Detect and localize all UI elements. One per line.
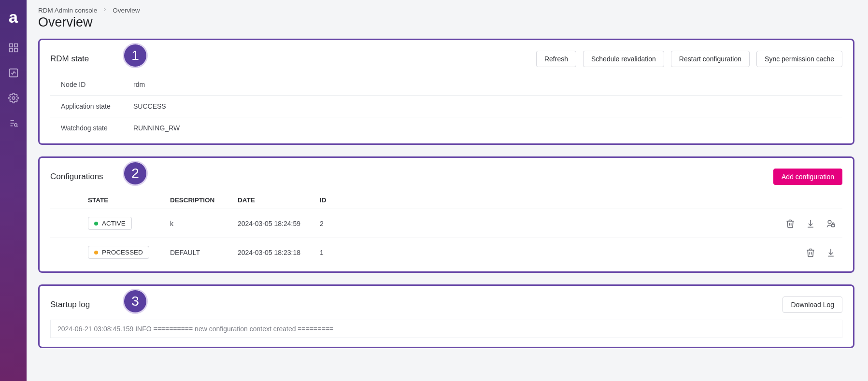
svg-rect-1 bbox=[14, 44, 17, 47]
breadcrumb-current: Overview bbox=[113, 7, 140, 14]
callout-3: 3 bbox=[123, 289, 148, 314]
kv-label: Watchdog state bbox=[61, 124, 133, 132]
page-title: Overview bbox=[38, 15, 854, 30]
cell-description: k bbox=[166, 209, 234, 238]
state-text: PROCESSED bbox=[102, 249, 143, 256]
user-lock-icon[interactable] bbox=[826, 219, 836, 228]
app-logo: a bbox=[9, 9, 18, 25]
callout-1: 1 bbox=[123, 43, 148, 68]
kv-label: Node ID bbox=[61, 81, 133, 88]
refresh-button[interactable]: Refresh bbox=[536, 51, 576, 67]
state-text: ACTIVE bbox=[102, 220, 126, 227]
restart-configuration-button[interactable]: Restart configuration bbox=[671, 51, 750, 67]
callout-2: 2 bbox=[123, 161, 148, 186]
chevron-right-icon bbox=[102, 7, 108, 14]
configurations-card: 2 Configurations Add configuration STATE… bbox=[38, 156, 854, 273]
kv-application-state: Application state SUCCESS bbox=[50, 96, 842, 117]
table-row: ACTIVEk2024-03-05 18:24:592 bbox=[50, 209, 842, 238]
kv-value: SUCCESS bbox=[133, 102, 166, 110]
row-actions bbox=[779, 248, 839, 257]
cell-id: 2 bbox=[316, 209, 775, 238]
gear-icon[interactable] bbox=[8, 93, 19, 103]
sidebar: a bbox=[0, 0, 27, 381]
table-row: PROCESSEDDEFAULT2024-03-05 18:23:181 bbox=[50, 238, 842, 267]
kv-node-id: Node ID rdm bbox=[50, 74, 842, 96]
col-description: DESCRIPTION bbox=[166, 192, 234, 209]
sync-permission-cache-button[interactable]: Sync permission cache bbox=[756, 51, 842, 67]
configurations-table: STATE DESCRIPTION DATE ID ACTIVEk2024-03… bbox=[50, 192, 842, 267]
download-icon[interactable] bbox=[806, 219, 815, 228]
startup-log-card: 3 Startup log Download Log 2024-06-21 03… bbox=[38, 284, 854, 348]
svg-rect-3 bbox=[14, 49, 17, 52]
kv-value: RUNNING_RW bbox=[133, 124, 180, 132]
svg-rect-0 bbox=[9, 44, 12, 47]
rdm-state-card: 1 RDM state Refresh Schedule revalidatio… bbox=[38, 39, 854, 145]
search-list-icon[interactable] bbox=[8, 118, 19, 128]
cell-date: 2024-03-05 18:23:18 bbox=[234, 238, 316, 267]
download-log-button[interactable]: Download Log bbox=[783, 296, 842, 313]
svg-point-12 bbox=[828, 220, 831, 224]
state-badge: ACTIVE bbox=[88, 217, 132, 230]
main-content: RDM Admin console Overview Overview 1 RD… bbox=[27, 0, 868, 381]
breadcrumb-root[interactable]: RDM Admin console bbox=[38, 7, 97, 14]
trash-icon[interactable] bbox=[806, 248, 815, 257]
kv-label: Application state bbox=[61, 102, 133, 110]
log-line: 2024-06-21 03:08:45.159 INFO ========== … bbox=[57, 325, 333, 333]
svg-rect-13 bbox=[832, 224, 835, 226]
row-actions bbox=[779, 219, 839, 228]
startup-log-title: Startup log bbox=[50, 300, 90, 310]
kv-value: rdm bbox=[133, 81, 145, 88]
kv-watchdog-state: Watchdog state RUNNING_RW bbox=[50, 117, 842, 139]
add-configuration-button[interactable]: Add configuration bbox=[773, 169, 842, 185]
dashboard-icon[interactable] bbox=[8, 42, 19, 53]
log-output: 2024-06-21 03:08:45.159 INFO ========== … bbox=[50, 320, 842, 338]
activity-icon[interactable] bbox=[8, 68, 19, 78]
cell-description: DEFAULT bbox=[166, 238, 234, 267]
col-id: ID bbox=[316, 192, 775, 209]
status-dot-icon bbox=[94, 222, 98, 226]
state-badge: PROCESSED bbox=[88, 246, 149, 259]
cell-id: 1 bbox=[316, 238, 775, 267]
cell-date: 2024-03-05 18:24:59 bbox=[234, 209, 316, 238]
status-dot-icon bbox=[94, 251, 98, 254]
download-icon[interactable] bbox=[826, 248, 836, 257]
col-date: DATE bbox=[234, 192, 316, 209]
breadcrumb: RDM Admin console Overview bbox=[38, 7, 854, 14]
schedule-revalidation-button[interactable]: Schedule revalidation bbox=[583, 51, 664, 67]
col-state: STATE bbox=[84, 192, 166, 209]
svg-point-9 bbox=[14, 124, 17, 126]
svg-rect-2 bbox=[9, 49, 12, 52]
svg-point-5 bbox=[12, 97, 15, 99]
svg-line-10 bbox=[16, 126, 17, 127]
rdm-state-title: RDM state bbox=[50, 54, 89, 64]
configurations-title: Configurations bbox=[50, 172, 103, 182]
trash-icon[interactable] bbox=[785, 219, 795, 228]
